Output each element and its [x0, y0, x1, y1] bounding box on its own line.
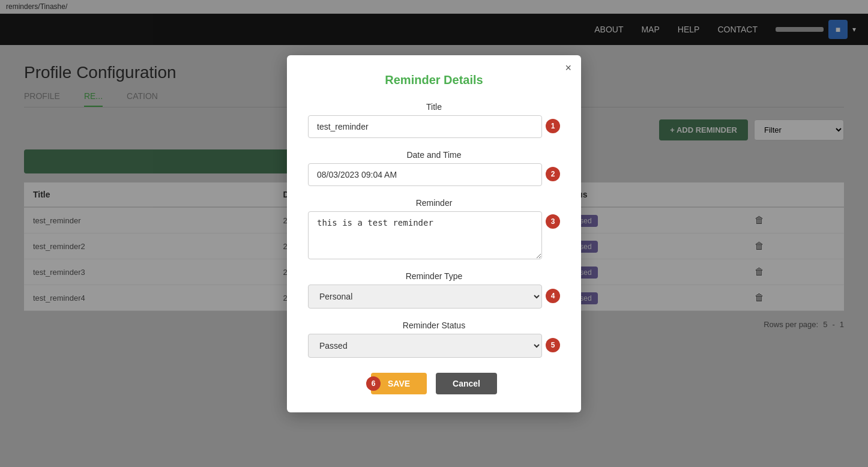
title-label: Title	[308, 102, 560, 112]
datetime-input[interactable]	[308, 163, 542, 186]
reminder-details-modal: × Reminder Details Title 1 Date and Time…	[287, 55, 581, 412]
modal-title: Reminder Details	[308, 73, 560, 87]
step-4-circle: 4	[546, 289, 560, 303]
step-5-circle: 5	[546, 338, 560, 352]
status-label: Reminder Status	[308, 321, 560, 330]
reminder-label: Reminder	[308, 198, 560, 208]
reminder-textarea[interactable]: this is a test reminder	[308, 211, 542, 259]
modal-overlay: × Reminder Details Title 1 Date and Time…	[0, 0, 868, 467]
type-label: Reminder Type	[308, 271, 560, 281]
datetime-form-group: Date and Time 2	[308, 150, 560, 186]
step-6-circle: 6	[366, 376, 381, 391]
type-form-group: Reminder Type Personal Work Health Other…	[308, 271, 560, 309]
title-form-group: Title 1	[308, 102, 560, 138]
step-1-circle: 1	[546, 119, 560, 133]
reminder-form-group: Reminder this is a test reminder 3	[308, 198, 560, 259]
step-3-circle: 3	[546, 214, 560, 229]
cancel-button[interactable]: Cancel	[436, 373, 497, 394]
type-select[interactable]: Personal Work Health Other	[308, 285, 542, 309]
title-input[interactable]	[308, 115, 542, 138]
status-form-group: Reminder Status Passed Upcoming Complete…	[308, 321, 560, 358]
modal-footer: SAVE 6 Cancel	[308, 373, 560, 394]
datetime-label: Date and Time	[308, 150, 560, 160]
step-2-circle: 2	[546, 167, 560, 181]
status-select[interactable]: Passed Upcoming Completed	[308, 334, 542, 358]
modal-close-button[interactable]: ×	[565, 62, 571, 73]
